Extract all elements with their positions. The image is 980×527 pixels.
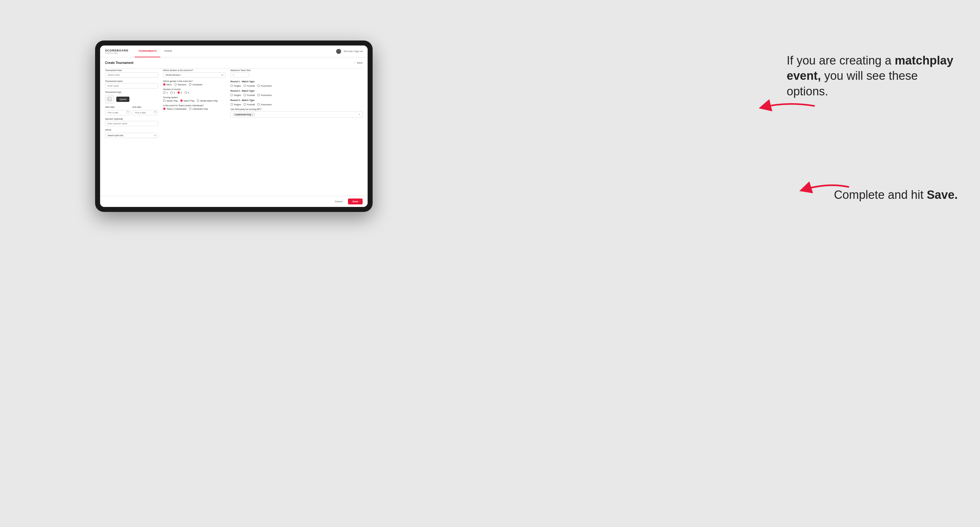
round2-foursomes[interactable]: Foursomes [257,94,272,96]
nav-links: TOURNAMENTS TEAMS [135,46,336,57]
nav-right: Test User | Sign out [336,49,363,54]
annotation-top-text1: If you are creating a [787,54,894,67]
start-date-label: Start date [105,106,130,108]
sponsor-label: Sponsor (optional) [105,118,158,120]
svg-point-1 [108,98,110,99]
save-button[interactable]: Save [348,198,363,205]
round3-foursomes[interactable]: Foursomes [257,103,272,106]
round3-singles[interactable]: Singles [231,103,241,106]
round3-match-group: Round 3 - Match Type Singles Fourball [231,99,363,106]
calendar-icon-start [127,111,129,113]
scoring-group: Scoring system Stroke Play Match Play [163,96,226,102]
api-group: Use third-party live scoring API? Leader… [231,108,363,118]
round1-fourball-radio[interactable] [243,84,246,87]
scoring-medal-radio[interactable] [197,99,199,102]
tournament-logo-label: Tournament logo [105,91,158,93]
teams-group: Is this event for Teams and/or Individua… [163,105,226,110]
tablet-frame: SCOREBOARD Powered by clippit TOURNAMENT… [95,41,372,212]
round1-fourball-label: Fourball [247,85,255,87]
venue-group: Venue Search golf club [105,129,158,138]
round3-fourball[interactable]: Fourball [243,103,255,106]
max-team-size-input[interactable] [231,72,249,78]
gender-mens-radio[interactable] [163,83,165,86]
scoring-medal-label: Medal Match Play [200,100,218,102]
venue-label: Venue [105,129,158,131]
round1-singles[interactable]: Singles [231,84,241,87]
gender-combined[interactable]: Combined [189,83,202,86]
round-3[interactable]: 3 [177,91,182,94]
round-1-radio[interactable] [163,91,165,94]
round-2-radio[interactable] [170,91,173,94]
sponsor-input[interactable] [105,121,158,126]
round2-fourball[interactable]: Fourball [243,94,255,96]
upload-button[interactable]: Upload [116,97,129,102]
scoring-match[interactable]: Match Play [180,99,194,102]
cancel-button[interactable]: Cancel [331,199,345,204]
gender-mens-label: Mens [167,84,172,86]
image-icon [107,97,111,101]
round2-singles[interactable]: Singles [231,94,241,96]
api-tag: Leaderboard King × [233,113,255,116]
teams-individuals-radio[interactable] [189,108,191,110]
gender-womens[interactable]: Womens [174,83,186,86]
venue-select[interactable]: Search golf club [105,133,158,138]
gender-womens-radio[interactable] [174,83,177,86]
gender-label: Which gender is the event for? [163,80,226,82]
scoring-medal[interactable]: Medal Match Play [197,99,218,102]
gender-group: Which gender is the event for? Mens Wome… [163,80,226,86]
round1-foursomes[interactable]: Foursomes [257,84,272,87]
teams-individuals[interactable]: Individuals Only [189,108,208,110]
round1-fourball[interactable]: Fourball [243,84,255,87]
form-body: Tournament Host Tournament name Tourname… [105,69,363,192]
tournament-name-input[interactable] [105,83,158,89]
end-date-label: End date [132,106,158,108]
sponsor-group: Sponsor (optional) [105,118,158,126]
annotation-top-text2: you will see these options. [787,69,918,98]
round1-foursomes-radio[interactable] [257,84,260,87]
round-2[interactable]: 2 [170,91,175,94]
api-tag-label: Leaderboard King [235,113,251,116]
page-header: Create Tournament ← Back [105,61,363,65]
scoring-match-label: Match Play [184,100,194,102]
scoring-stroke[interactable]: Stroke Play [163,99,178,102]
scoring-stroke-radio[interactable] [163,99,165,102]
api-select-wrap[interactable]: Leaderboard King × ▾ [231,111,363,118]
round2-singles-radio[interactable] [231,94,233,96]
gender-combined-radio[interactable] [189,83,191,86]
round1-match-type-group: Singles Fourball Foursomes [231,84,363,87]
round-3-radio[interactable] [177,91,180,94]
tournament-host-input[interactable] [105,72,158,78]
user-info: Test User | Sign out [344,50,363,52]
round2-foursomes-radio[interactable] [257,94,260,96]
max-team-size-group: Maximum Team Size [231,69,363,78]
scoring-label: Scoring system [163,96,226,98]
bottom-bar: Cancel Save [100,196,368,207]
round3-singles-radio[interactable] [231,103,233,106]
teams-both-radio[interactable] [163,108,165,110]
calendar-icon-end [154,111,156,113]
nav-tournaments[interactable]: TOURNAMENTS [135,46,160,57]
tournament-host-label: Tournament Host [105,69,158,71]
form-container: Create Tournament ← Back Tournament Host… [100,57,368,196]
end-date-wrap [132,109,158,115]
round-4-radio[interactable] [185,91,187,94]
round3-foursomes-radio[interactable] [257,103,260,106]
arrow-bottom-svg [796,178,852,196]
round-1[interactable]: 1 [163,91,168,94]
gender-mens[interactable]: Mens [163,83,172,86]
scoring-match-radio[interactable] [180,99,183,102]
round1-singles-radio[interactable] [231,84,233,87]
round2-singles-label: Singles [234,94,241,96]
round3-fourball-radio[interactable] [243,103,246,106]
back-link[interactable]: ← Back [354,61,363,64]
round3-fourball-label: Fourball [247,103,255,106]
teams-both[interactable]: Teams (+Individuals) [163,108,186,110]
division-select[interactable]: NCAA Division I NCAA Division II NCAA Di… [163,72,226,78]
api-tag-remove[interactable]: × [252,113,253,116]
nav-teams[interactable]: TEAMS [160,46,176,57]
teams-both-label: Teams (+Individuals) [167,108,186,110]
round1-match-group: Round 1 - Match Type Singles Fourball [231,80,363,87]
round-4[interactable]: 4 [185,91,189,94]
annotation-top-bold: matchplay event, [787,54,953,82]
round2-fourball-radio[interactable] [243,94,246,96]
